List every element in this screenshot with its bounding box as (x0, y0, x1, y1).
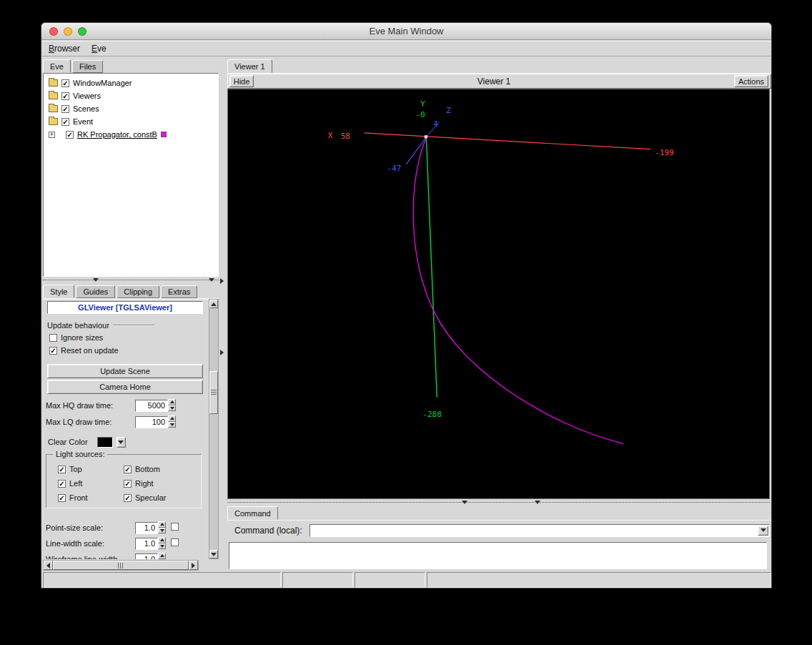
check-mark: ✓ (62, 119, 68, 125)
tree-checkbox[interactable]: ✓ (61, 92, 69, 100)
command-input[interactable] (312, 526, 756, 536)
tree-item[interactable]: ✓ WindowManager (44, 77, 218, 89)
spin-down-icon[interactable] (168, 405, 176, 412)
tab-guides[interactable]: Guides (76, 285, 115, 298)
scrollbar-thumb[interactable] (209, 371, 218, 414)
spin-down-icon[interactable] (158, 528, 166, 534)
tree-item-label[interactable]: WindowManager (73, 79, 132, 87)
vertical-splitter[interactable] (219, 59, 226, 571)
reset-on-update-checkbox[interactable]: ✓ (49, 347, 57, 355)
tree-checkbox[interactable]: ✓ (61, 118, 69, 126)
tree-item-label[interactable]: RK Propagator, constB (77, 130, 157, 139)
tree-item-label[interactable]: Viewers (73, 92, 101, 100)
gl-canvas[interactable]: X 58 -199 Y -0 -288 Z 4 -47 (228, 89, 769, 498)
spin-up-icon[interactable] (158, 537, 166, 543)
spin-up-icon[interactable] (158, 553, 166, 559)
titlebar[interactable]: Eve Main Window (41, 23, 771, 40)
spin-up-icon[interactable] (168, 415, 176, 422)
command-dropdown-button[interactable] (758, 526, 768, 536)
reset-on-update-option[interactable]: ✓ Reset on update (49, 346, 119, 355)
left-horizontal-splitter[interactable] (43, 277, 219, 284)
light-specular-option[interactable]: ✓ Specular (124, 493, 201, 502)
spin-up-icon[interactable] (168, 399, 176, 405)
scroll-down-button[interactable] (209, 550, 218, 558)
line-width-input[interactable]: 1.0 (135, 538, 158, 550)
point-size-spinner[interactable] (158, 521, 166, 533)
splitter-arrow-icon[interactable] (209, 278, 214, 282)
tree-item-label[interactable]: Event (73, 117, 93, 126)
tree-item[interactable]: ✓ Scenes (44, 102, 218, 115)
left-horizontal-scrollbar[interactable] (43, 560, 199, 571)
light-right-option[interactable]: ✓ Right (124, 479, 201, 488)
tab-viewer-1[interactable]: Viewer 1 (227, 59, 272, 73)
splitter-arrow-icon[interactable] (462, 501, 467, 504)
tab-files[interactable]: Files (72, 60, 103, 73)
tab-eve[interactable]: Eve (43, 59, 71, 73)
tree-checkbox[interactable]: ✓ (61, 79, 69, 87)
wireframe-input[interactable]: 1.0 (135, 553, 158, 560)
tab-command[interactable]: Command (227, 506, 278, 520)
zoom-button[interactable] (78, 27, 86, 36)
spin-down-icon[interactable] (158, 559, 166, 560)
spin-up-icon[interactable] (158, 521, 166, 528)
gl-viewport[interactable]: X 58 -199 Y -0 -288 Z 4 -47 (227, 89, 770, 499)
ignore-sizes-checkbox[interactable] (49, 334, 57, 342)
max-hq-spinner[interactable] (168, 399, 176, 411)
camera-home-button[interactable]: Camera Home (47, 380, 203, 394)
light-top-checkbox[interactable]: ✓ (58, 466, 66, 473)
light-left-option[interactable]: ✓ Left (58, 479, 124, 488)
line-width-spinner[interactable] (158, 537, 166, 549)
scroll-left-button[interactable] (44, 561, 53, 570)
clear-color-swatch[interactable] (97, 437, 113, 448)
tree-item[interactable]: ✓ Viewers (44, 89, 218, 102)
light-front-checkbox[interactable]: ✓ (58, 494, 66, 502)
light-specular-checkbox[interactable]: ✓ (124, 494, 132, 502)
light-bottom-checkbox[interactable]: ✓ (124, 466, 132, 473)
tree-item[interactable]: + ✓ RK Propagator, constB (44, 128, 218, 141)
actions-button[interactable]: Actions (734, 75, 768, 87)
max-hq-input[interactable]: 5000 (135, 400, 168, 412)
tree-item-label[interactable]: Scenes (73, 104, 99, 113)
splitter-arrow-icon[interactable] (93, 278, 99, 282)
tree-checkbox[interactable]: ✓ (66, 131, 74, 139)
glviewer-class-button[interactable]: GLViewer [TGLSAViewer] (47, 301, 203, 314)
wireframe-spinner[interactable] (158, 553, 166, 559)
menu-browser[interactable]: Browser (49, 44, 80, 54)
spin-down-icon[interactable] (158, 543, 166, 550)
light-top-option[interactable]: ✓ Top (58, 465, 124, 473)
splitter-arrow-icon[interactable] (535, 501, 540, 504)
minimize-button[interactable] (64, 27, 72, 36)
viewer-horizontal-splitter[interactable] (227, 499, 770, 506)
hide-button[interactable]: Hide (229, 75, 254, 87)
spin-down-icon[interactable] (168, 422, 176, 428)
expand-plus-icon[interactable]: + (49, 132, 55, 138)
close-button[interactable] (49, 27, 58, 36)
scroll-right-button[interactable] (189, 561, 198, 570)
update-scene-button[interactable]: Update Scene (47, 364, 203, 378)
style-panel-scrollbar[interactable] (209, 299, 219, 559)
light-left-checkbox[interactable]: ✓ (58, 480, 66, 488)
clear-color-dropdown-button[interactable] (117, 437, 126, 448)
tab-clipping[interactable]: Clipping (117, 285, 159, 298)
light-bottom-option[interactable]: ✓ Bottom (124, 465, 201, 473)
tree-checkbox[interactable]: ✓ (61, 105, 69, 113)
light-front-option[interactable]: ✓ Front (58, 493, 124, 502)
tab-extras[interactable]: Extras (161, 285, 197, 298)
track-color-swatch[interactable] (161, 132, 167, 137)
max-lq-input[interactable]: 100 (135, 416, 168, 428)
point-size-input[interactable]: 1.0 (135, 522, 158, 534)
scroll-up-button[interactable] (209, 300, 218, 308)
ignore-sizes-option[interactable]: Ignore sizes (49, 333, 103, 342)
tree-item[interactable]: ✓ Event (44, 115, 218, 128)
splitter-arrow-icon[interactable] (220, 278, 224, 284)
scrollbar-thumb[interactable] (53, 561, 189, 570)
menu-eve[interactable]: Eve (91, 44, 107, 54)
tab-style[interactable]: Style (43, 285, 74, 298)
point-size-checkbox[interactable] (171, 523, 179, 531)
command-combobox[interactable] (310, 524, 770, 537)
splitter-arrow-icon[interactable] (220, 350, 224, 355)
command-row: Command (local): (227, 520, 770, 541)
max-lq-spinner[interactable] (168, 415, 176, 428)
line-width-checkbox[interactable] (171, 538, 179, 546)
light-right-checkbox[interactable]: ✓ (124, 480, 132, 488)
